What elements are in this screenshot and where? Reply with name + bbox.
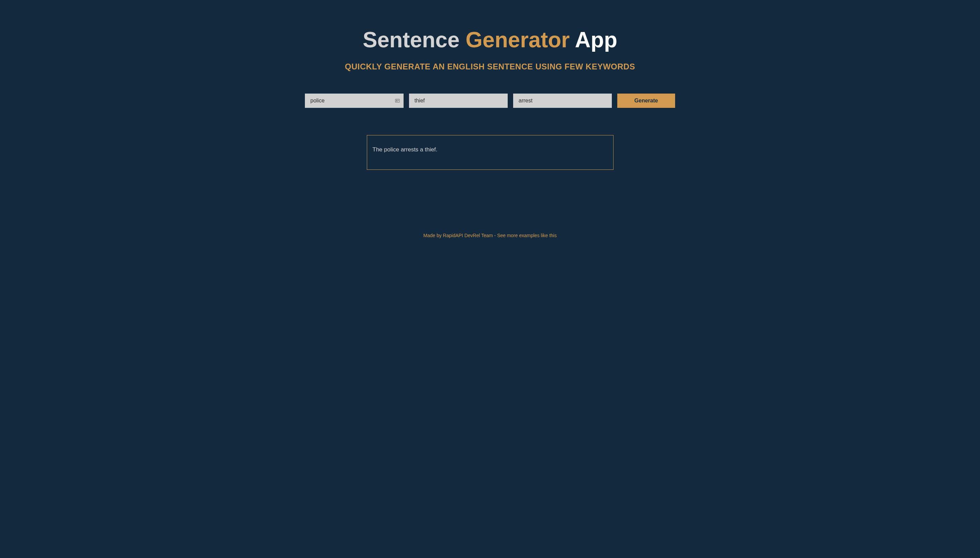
page-title: Sentence Generator App — [363, 27, 617, 53]
contact-card-icon — [395, 98, 400, 103]
footer: Made by RapidAPI DevRel Team - See more … — [423, 233, 557, 238]
page-subtitle: Quickly generate an English sentence usi… — [345, 62, 635, 71]
keyword3-input[interactable] — [513, 94, 612, 108]
footer-made-by: Made by RapidAPI DevRel Team - — [423, 233, 497, 238]
keyword1-wrapper — [305, 94, 404, 108]
input-row: Generate — [303, 94, 677, 108]
generate-button[interactable]: Generate — [617, 94, 675, 108]
result-text: The police arrests a thief. — [373, 146, 438, 153]
result-box: The police arrests a thief. — [367, 135, 614, 170]
footer-link[interactable]: See more examples like this — [497, 233, 557, 238]
main-container: Sentence Generator App Quickly generate … — [286, 27, 694, 238]
svg-rect-0 — [396, 99, 399, 102]
keyword1-input[interactable] — [305, 94, 404, 108]
svg-point-1 — [396, 100, 397, 101]
keyword2-input[interactable] — [409, 94, 508, 108]
title-part-2: Generator — [466, 28, 570, 52]
title-part-3: App — [570, 28, 617, 52]
title-part-1: Sentence — [363, 28, 466, 52]
